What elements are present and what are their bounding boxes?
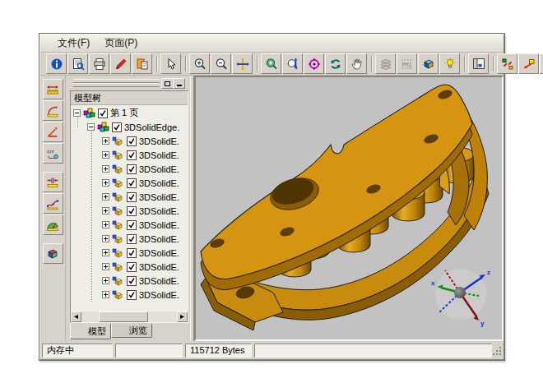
visibility-checkbox[interactable] [127, 178, 137, 188]
expand-icon[interactable] [102, 277, 109, 284]
export-page-button[interactable] [132, 53, 152, 74]
expand-icon[interactable] [102, 165, 109, 173]
zoom-in-icon [193, 58, 207, 71]
tree-row[interactable]: 3DSolidE. [102, 218, 179, 232]
expand-icon[interactable] [102, 193, 109, 201]
lighting-icon [443, 58, 457, 71]
tab-model[interactable]: 模型 [70, 324, 111, 339]
explode-assembly-button[interactable] [497, 53, 517, 74]
tree-row[interactable]: 3DSolidE. [102, 134, 179, 148]
model-tab-icon [75, 326, 86, 336]
tree-row[interactable]: 3DSolidE. [102, 260, 179, 274]
visibility-checkbox[interactable] [127, 248, 137, 258]
scroll-thumb[interactable] [99, 311, 148, 322]
lighting-button[interactable] [439, 53, 460, 74]
tree-row[interactable]: 3DSolidE. [102, 162, 179, 176]
about-button[interactable] [46, 53, 67, 74]
tree-row[interactable]: 3DSolidE. [102, 246, 179, 260]
tree-row[interactable]: 3DSolidE. [102, 274, 179, 288]
print-preview-button[interactable] [67, 53, 88, 74]
tree-row[interactable]: 3DSolidE. [102, 190, 179, 204]
measure-gap-icon [46, 176, 59, 189]
menu-file[interactable]: 文件(F) [50, 35, 97, 52]
zoom-window-button[interactable] [261, 53, 281, 74]
expand-icon[interactable] [102, 207, 109, 214]
expand-icon[interactable] [102, 221, 109, 228]
collapse-icon[interactable] [73, 109, 81, 117]
visibility-checkbox[interactable] [112, 122, 122, 132]
menu-page[interactable]: 页面(P) [97, 35, 145, 52]
zoom-dynamic-button[interactable] [282, 53, 303, 74]
tree-item-label: 3DSolidE. [139, 150, 179, 160]
visibility-checkbox[interactable] [127, 136, 137, 146]
tree-item-label: 3DSolidE. [139, 276, 179, 286]
measure-curve-button[interactable] [43, 193, 63, 214]
panel-grip[interactable] [72, 78, 186, 88]
collapse-icon[interactable] [87, 123, 95, 131]
resize-grip[interactable] [494, 345, 502, 356]
select-button[interactable] [160, 53, 181, 74]
measure-length-button[interactable] [43, 79, 63, 99]
expand-icon[interactable] [102, 263, 109, 270]
panel-float-button[interactable] [161, 78, 174, 89]
annotate-button[interactable] [110, 53, 131, 74]
visibility-checkbox[interactable] [127, 206, 137, 216]
measure-gap-button[interactable] [43, 172, 63, 192]
tree-row[interactable]: 3DSolidE. [102, 204, 179, 218]
pan-hand-button[interactable] [346, 53, 367, 74]
tree-title: 模型树 [71, 91, 188, 105]
scroll-track[interactable] [81, 311, 177, 322]
coordinate-xyz-icon: xyz [46, 147, 59, 160]
panel-hide-button[interactable] [173, 78, 185, 89]
scroll-left-arrow[interactable] [71, 311, 81, 322]
tree-row[interactable]: 3DSolidE. [102, 288, 179, 302]
expand-icon[interactable] [102, 291, 109, 298]
expand-icon[interactable] [102, 249, 109, 256]
svg-text:xyz: xyz [46, 147, 54, 153]
tree-row[interactable]: 3DSolidE. [102, 148, 179, 162]
scroll-right-arrow[interactable] [177, 311, 188, 322]
tree-row[interactable]: 3DSolidE. [102, 232, 179, 246]
orientation-triad[interactable]: z x y [431, 269, 490, 327]
coordinate-xyz-button[interactable]: xyz [43, 143, 63, 164]
tree-row[interactable]: 3DSolidE. [102, 176, 179, 190]
assembly-icon [83, 108, 95, 119]
tree-item-label: 3DSolidE. [139, 164, 179, 174]
move-part-button[interactable] [518, 53, 539, 74]
refresh-view-button[interactable] [325, 53, 346, 74]
expand-icon[interactable] [102, 151, 109, 159]
visibility-checkbox[interactable] [127, 220, 137, 230]
visibility-checkbox[interactable] [127, 276, 137, 286]
part-icon [112, 233, 124, 245]
visibility-checkbox[interactable] [98, 108, 108, 118]
orbit-center-button[interactable] [304, 53, 324, 74]
rotate-part-button[interactable] [540, 53, 543, 74]
tree-item-label: 3DSolidE. [139, 290, 179, 300]
expand-icon[interactable] [102, 179, 109, 187]
visibility-checkbox[interactable] [127, 234, 137, 244]
viewport-3d[interactable]: z x y [194, 76, 504, 341]
tree-row[interactable]: 3DSolidEdge. [87, 120, 179, 134]
view-3d-button[interactable] [418, 53, 439, 74]
tree-row[interactable]: 第 1 页 [73, 106, 138, 120]
zoom-out-button[interactable] [211, 53, 231, 74]
measure-area-button[interactable] [43, 214, 63, 235]
expand-icon[interactable] [102, 137, 109, 145]
visibility-checkbox[interactable] [127, 150, 137, 160]
visibility-checkbox[interactable] [127, 290, 137, 300]
model-tree[interactable]: 第 1 页3DSolidEdge.3DSolidE.3DSolidE.3DSol… [71, 105, 188, 311]
measure-volume-button[interactable] [43, 243, 63, 264]
visibility-checkbox[interactable] [127, 192, 137, 202]
print-button[interactable] [89, 53, 109, 74]
model-tree-toggle-button[interactable] [468, 53, 489, 74]
visibility-checkbox[interactable] [127, 164, 137, 174]
refresh-view-icon [329, 58, 342, 71]
tree-horizontal-scrollbar[interactable] [71, 311, 188, 322]
expand-icon[interactable] [102, 235, 109, 242]
measure-radius-button[interactable] [43, 100, 63, 121]
pan-axes-button[interactable] [232, 53, 253, 74]
zoom-in-button[interactable] [189, 53, 210, 74]
visibility-checkbox[interactable] [127, 262, 137, 272]
tab-browse[interactable]: 浏览 [111, 324, 152, 338]
measure-angle-button[interactable] [43, 122, 63, 142]
